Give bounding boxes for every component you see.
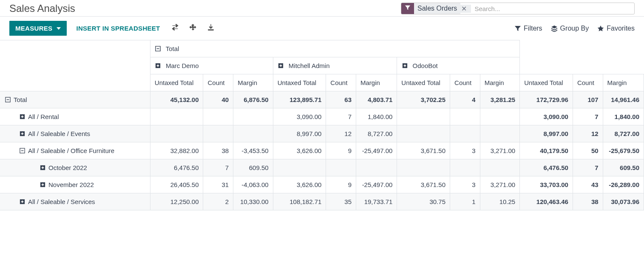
cell[interactable]: 6,876.50: [233, 91, 273, 108]
expand-icon[interactable]: [19, 198, 26, 205]
cell[interactable]: 3: [450, 176, 480, 193]
cell[interactable]: [150, 125, 203, 142]
cell[interactable]: 1,840.00: [356, 108, 397, 125]
cell[interactable]: [397, 125, 450, 142]
expand-icon[interactable]: [39, 164, 46, 171]
cell[interactable]: 30.75: [397, 193, 450, 210]
filters-menu[interactable]: Filters: [514, 25, 542, 32]
measure-header[interactable]: Untaxed Total: [273, 74, 326, 91]
measure-header[interactable]: Untaxed Total: [150, 74, 203, 91]
cell[interactable]: 12,250.00: [150, 193, 203, 210]
cell[interactable]: 3,626.00: [273, 142, 326, 159]
cell[interactable]: 7: [573, 159, 603, 176]
cell[interactable]: [233, 125, 273, 142]
cell[interactable]: 10.25: [480, 193, 520, 210]
collapse-icon[interactable]: [4, 96, 11, 103]
row-header[interactable]: October 2022: [0, 159, 150, 176]
row-header[interactable]: All / Saleable / Services: [0, 193, 150, 210]
cell[interactable]: 108,182.71: [273, 193, 326, 210]
cell[interactable]: 33,703.00: [520, 176, 573, 193]
cell[interactable]: 8,727.00: [356, 125, 397, 142]
cell[interactable]: [480, 125, 520, 142]
cell[interactable]: 31: [203, 176, 233, 193]
filter-chip[interactable]: [401, 3, 414, 14]
cell[interactable]: -25,679.50: [603, 142, 644, 159]
cell[interactable]: 1,840.00: [603, 108, 644, 125]
cell[interactable]: 3,090.00: [273, 108, 326, 125]
cell[interactable]: 8,727.00: [603, 125, 644, 142]
cell[interactable]: 3: [450, 142, 480, 159]
cell[interactable]: 12: [573, 125, 603, 142]
cell[interactable]: 12: [326, 125, 356, 142]
favorites-menu[interactable]: Favorites: [597, 25, 635, 32]
cell[interactable]: 609.50: [233, 159, 273, 176]
cell[interactable]: 45,132.00: [150, 91, 203, 108]
cell[interactable]: 19,733.71: [356, 193, 397, 210]
cell[interactable]: 40,179.50: [520, 142, 573, 159]
cell[interactable]: [203, 125, 233, 142]
cell[interactable]: [233, 108, 273, 125]
expand-icon[interactable]: [401, 62, 408, 69]
cell[interactable]: -4,063.00: [233, 176, 273, 193]
insert-spreadsheet-button[interactable]: INSERT IN SPREADSHEET: [70, 21, 166, 35]
cell[interactable]: 1: [450, 193, 480, 210]
cell[interactable]: [450, 159, 480, 176]
cell[interactable]: [150, 108, 203, 125]
cell[interactable]: 3,271.00: [480, 142, 520, 159]
measure-header[interactable]: Margin: [480, 74, 520, 91]
cell[interactable]: [480, 159, 520, 176]
filter-chip-remove[interactable]: ✕: [460, 5, 471, 13]
row-header[interactable]: All / Saleable / Events: [0, 125, 150, 142]
flip-axis-button[interactable]: [166, 21, 184, 36]
collapse-icon[interactable]: [19, 147, 26, 154]
cell[interactable]: 4,803.71: [356, 91, 397, 108]
cell[interactable]: [480, 108, 520, 125]
row-header[interactable]: All / Rental: [0, 108, 150, 125]
cell[interactable]: 3,626.00: [273, 176, 326, 193]
cell[interactable]: [203, 108, 233, 125]
cell[interactable]: 609.50: [603, 159, 644, 176]
cell[interactable]: 7: [203, 159, 233, 176]
search-bar[interactable]: Sales Orders ✕: [401, 3, 635, 14]
cell[interactable]: 123,895.71: [273, 91, 326, 108]
cell[interactable]: 26,405.50: [150, 176, 203, 193]
measure-header[interactable]: Count: [326, 74, 356, 91]
measure-header[interactable]: Count: [573, 74, 603, 91]
measure-header[interactable]: Untaxed Total: [520, 74, 573, 91]
cell[interactable]: 4: [450, 91, 480, 108]
cell[interactable]: 38: [573, 193, 603, 210]
cell[interactable]: 6,476.50: [520, 159, 573, 176]
expand-icon[interactable]: [19, 113, 26, 120]
cell[interactable]: 3,671.50: [397, 176, 450, 193]
measure-header[interactable]: Count: [203, 74, 233, 91]
cell[interactable]: 8,997.00: [273, 125, 326, 142]
cell[interactable]: 50: [573, 142, 603, 159]
cell[interactable]: 3,671.50: [397, 142, 450, 159]
expand-icon[interactable]: [155, 62, 162, 69]
cell[interactable]: 43: [573, 176, 603, 193]
cell[interactable]: 2: [203, 193, 233, 210]
download-button[interactable]: [202, 21, 220, 36]
cell[interactable]: -26,289.00: [603, 176, 644, 193]
expand-icon[interactable]: [278, 62, 284, 69]
cell[interactable]: [356, 159, 397, 176]
cell[interactable]: [326, 159, 356, 176]
cell[interactable]: 38: [203, 142, 233, 159]
cell[interactable]: 14,961.46: [603, 91, 644, 108]
cell[interactable]: 10,330.00: [233, 193, 273, 210]
cell[interactable]: -25,497.00: [356, 176, 397, 193]
cell[interactable]: 40: [203, 91, 233, 108]
expand-all-button[interactable]: [184, 21, 202, 36]
cell[interactable]: 32,882.00: [150, 142, 203, 159]
col-group-1[interactable]: Mitchell Admin: [273, 57, 397, 74]
cell[interactable]: 35: [326, 193, 356, 210]
row-header[interactable]: All / Saleable / Office Furniture: [0, 142, 150, 159]
cell[interactable]: [397, 108, 450, 125]
cell[interactable]: -25,497.00: [356, 142, 397, 159]
cell[interactable]: 9: [326, 176, 356, 193]
measure-header[interactable]: Untaxed Total: [397, 74, 450, 91]
row-header[interactable]: November 2022: [0, 176, 150, 193]
cell[interactable]: 7: [573, 108, 603, 125]
search-input[interactable]: [471, 3, 634, 14]
cell[interactable]: 172,729.96: [520, 91, 573, 108]
